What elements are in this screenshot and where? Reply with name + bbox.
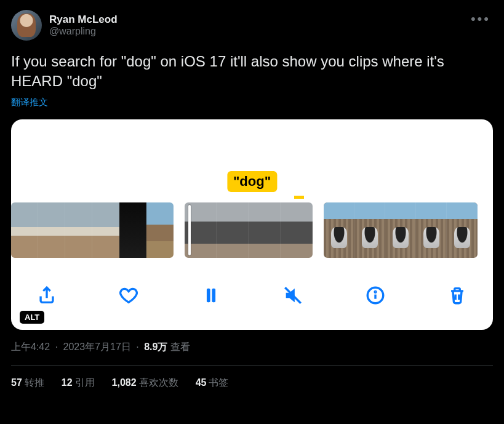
clip-frame bbox=[146, 202, 174, 258]
pause-icon[interactable] bbox=[199, 283, 223, 308]
clip-frame bbox=[38, 202, 65, 258]
clip-frame bbox=[385, 202, 416, 258]
views-count: 8.9万 bbox=[144, 342, 167, 352]
info-icon[interactable] bbox=[363, 283, 388, 308]
trash-icon[interactable] bbox=[445, 283, 470, 308]
author-block[interactable]: Ryan McLeod @warpling bbox=[11, 10, 118, 41]
tweet-container: Ryan McLeod @warpling ••• If you search … bbox=[0, 0, 504, 390]
clip-frame bbox=[92, 202, 119, 258]
translate-link[interactable]: 翻译推文 bbox=[11, 97, 493, 108]
media-toolbar bbox=[11, 278, 493, 313]
meta-separator: · bbox=[136, 342, 138, 352]
stat-quotes[interactable]: 12引用 bbox=[62, 377, 95, 390]
clip-frame bbox=[281, 202, 313, 258]
clip-frame bbox=[447, 202, 478, 258]
date[interactable]: 2023年7月17日 bbox=[63, 342, 131, 352]
video-timeline[interactable] bbox=[11, 202, 493, 258]
clip-frame bbox=[324, 202, 354, 258]
media-card[interactable]: "dog" bbox=[11, 119, 493, 330]
stat-likes[interactable]: 1,082喜欢次数 bbox=[112, 377, 178, 390]
clip-frame bbox=[11, 202, 38, 258]
heart-icon[interactable] bbox=[116, 283, 141, 308]
retweets-label: 转推 bbox=[25, 377, 44, 388]
stat-bookmarks[interactable]: 45书签 bbox=[196, 377, 229, 390]
clip-frame bbox=[119, 202, 146, 258]
views-label: 查看 bbox=[170, 342, 190, 352]
tweet-meta: 上午4:42 · 2023年7月17日 · 8.9万 查看 bbox=[11, 341, 493, 354]
meta-separator: · bbox=[55, 342, 58, 352]
author-name: Ryan McLeod bbox=[49, 14, 118, 26]
clip-frame bbox=[249, 202, 281, 258]
clip-frame bbox=[185, 202, 217, 258]
clip-group-3[interactable] bbox=[324, 202, 478, 258]
bookmarks-label: 书签 bbox=[209, 377, 228, 388]
alt-badge[interactable]: ALT bbox=[20, 311, 44, 324]
retweets-count: 57 bbox=[11, 377, 22, 388]
likes-count: 1,082 bbox=[112, 377, 137, 388]
author-handle: @warpling bbox=[49, 26, 118, 37]
quotes-label: 引用 bbox=[75, 377, 95, 388]
time[interactable]: 上午4:42 bbox=[11, 342, 50, 352]
svg-point-5 bbox=[375, 291, 376, 292]
more-icon[interactable]: ••• bbox=[468, 10, 493, 28]
share-icon[interactable] bbox=[34, 283, 59, 308]
clip-group-2[interactable] bbox=[185, 202, 313, 258]
clip-frame bbox=[217, 202, 249, 258]
tooltip-marker bbox=[294, 196, 304, 199]
svg-rect-1 bbox=[212, 288, 215, 302]
tweet-header: Ryan McLeod @warpling ••• bbox=[11, 10, 493, 41]
search-tooltip: "dog" bbox=[227, 171, 277, 192]
stat-retweets[interactable]: 57转推 bbox=[11, 377, 44, 390]
likes-label: 喜欢次数 bbox=[139, 377, 178, 388]
clip-frame bbox=[354, 202, 385, 258]
quotes-count: 12 bbox=[62, 377, 73, 388]
clip-frame bbox=[416, 202, 447, 258]
clip-group-1[interactable] bbox=[11, 202, 174, 258]
tweet-stats: 57转推 12引用 1,082喜欢次数 45书签 bbox=[11, 366, 493, 390]
bookmarks-count: 45 bbox=[196, 377, 207, 388]
avatar[interactable] bbox=[11, 10, 42, 41]
svg-rect-0 bbox=[207, 288, 210, 302]
author-text: Ryan McLeod @warpling bbox=[49, 14, 118, 37]
clip-frame bbox=[65, 202, 92, 258]
mute-icon[interactable] bbox=[281, 283, 305, 308]
tweet-text: If you search for "dog" on iOS 17 it'll … bbox=[11, 52, 493, 92]
